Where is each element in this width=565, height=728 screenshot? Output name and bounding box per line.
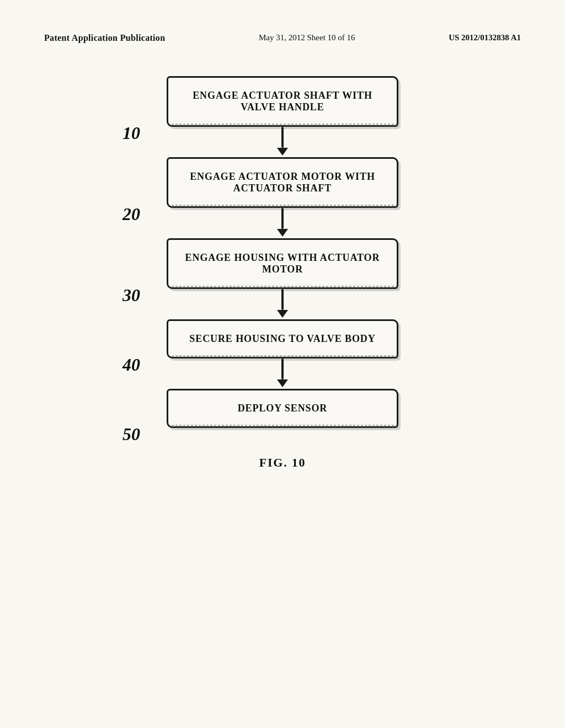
flow-box-40-text: SECURE HOUSING TO VALVE BODY xyxy=(189,333,375,344)
flow-box-50: DEPLOY SENSOR xyxy=(167,389,398,428)
flow-box-50-text: DEPLOY SENSOR xyxy=(238,403,328,414)
step-30-wrapper: ENGAGE HOUSING WITH ACTUATORMOTOR 30 xyxy=(44,238,521,319)
flow-box-30: ENGAGE HOUSING WITH ACTUATORMOTOR xyxy=(167,238,398,289)
flow-step-40: SECURE HOUSING TO VALVE BODY 40 xyxy=(167,319,398,358)
flow-box-10: ENGAGE ACTUATOR SHAFT WITHVALVE HANDLE xyxy=(167,76,398,127)
step-40-wrapper: SECURE HOUSING TO VALVE BODY 40 xyxy=(44,319,521,389)
flow-step-10: ENGAGE ACTUATOR SHAFT WITHVALVE HANDLE 1… xyxy=(167,76,398,127)
arrow-line xyxy=(281,208,284,229)
arrow-head xyxy=(277,310,288,318)
arrow-line xyxy=(281,289,284,310)
flow-box-10-text: ENGAGE ACTUATOR SHAFT WITHVALVE HANDLE xyxy=(193,90,372,113)
arrow-10-20 xyxy=(271,127,294,157)
step-20-wrapper: ENGAGE ACTUATOR MOTOR WITHACTUATOR SHAFT… xyxy=(44,157,521,238)
arrow-line xyxy=(281,127,284,148)
step-label-30: 30 xyxy=(122,285,140,306)
flow-box-30-text: ENGAGE HOUSING WITH ACTUATORMOTOR xyxy=(185,252,380,275)
flow-box-40: SECURE HOUSING TO VALVE BODY xyxy=(167,319,398,358)
header-publication-type: Patent Application Publication xyxy=(44,33,165,43)
arrow-head xyxy=(277,379,288,387)
header-patent-number: US 2012/0132838 A1 xyxy=(449,33,521,42)
arrow-20-30 xyxy=(271,208,294,238)
arrow-30-40 xyxy=(271,289,294,319)
flow-box-20-text: ENGAGE ACTUATOR MOTOR WITHACTUATOR SHAFT xyxy=(190,171,375,194)
page-header: Patent Application Publication May 31, 2… xyxy=(44,33,521,43)
step-label-10: 10 xyxy=(122,123,140,143)
step-10-wrapper: ENGAGE ACTUATOR SHAFT WITHVALVE HANDLE 1… xyxy=(44,76,521,157)
step-label-40: 40 xyxy=(122,355,140,375)
flow-step-50: DEPLOY SENSOR 50 xyxy=(167,389,398,428)
header-date-sheet: May 31, 2012 Sheet 10 of 16 xyxy=(259,33,355,42)
arrow-head xyxy=(277,229,288,237)
flow-diagram: ENGAGE ACTUATOR SHAFT WITHVALVE HANDLE 1… xyxy=(44,76,521,470)
figure-caption: FIG. 10 xyxy=(259,456,306,470)
step-50-wrapper: DEPLOY SENSOR 50 xyxy=(44,389,521,428)
flow-step-30: ENGAGE HOUSING WITH ACTUATORMOTOR 30 xyxy=(167,238,398,289)
step-label-50: 50 xyxy=(122,424,140,445)
step-label-20: 20 xyxy=(122,204,140,224)
arrow-line xyxy=(281,358,284,379)
flow-step-20: ENGAGE ACTUATOR MOTOR WITHACTUATOR SHAFT… xyxy=(167,157,398,208)
arrow-40-50 xyxy=(271,358,294,389)
patent-page: Patent Application Publication May 31, 2… xyxy=(0,0,565,728)
flow-box-20: ENGAGE ACTUATOR MOTOR WITHACTUATOR SHAFT xyxy=(167,157,398,208)
arrow-head xyxy=(277,148,288,156)
